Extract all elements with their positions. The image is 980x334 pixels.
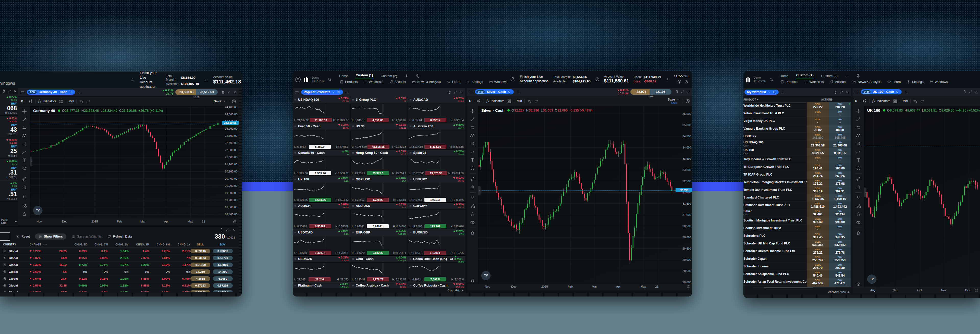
tab-custom-2-[interactable]: Custom (2) xyxy=(821,73,838,79)
trash-tool-icon[interactable] xyxy=(470,231,475,235)
col-country[interactable]: COUNTRY xyxy=(3,243,30,246)
eyecross-tool-icon[interactable] xyxy=(856,220,861,225)
watchlist-row[interactable]: Schroder UK Mid Cap Fund PLC SELL633.366… xyxy=(743,240,851,248)
logout-icon[interactable] xyxy=(684,80,689,84)
collapse-toolbar-handle[interactable]: ‹ xyxy=(30,157,32,166)
watchlist-row[interactable]: US NDAQ 100Cash SELL21,303.58 BUY21,306.… xyxy=(743,140,851,148)
info-icon[interactable] xyxy=(595,77,600,81)
sell-button[interactable]: SELL xyxy=(807,286,829,287)
watchlist-row[interactable]: Schroders PLC SELL347.45 BUY348.35 xyxy=(743,232,851,240)
snapshot-icon[interactable] xyxy=(686,99,690,103)
search-icon[interactable] xyxy=(328,77,332,82)
close-icon[interactable] xyxy=(460,90,463,94)
buy-button[interactable]: BUY21,306.08 xyxy=(829,140,851,148)
smiley-tool-icon[interactable] xyxy=(22,166,27,171)
lockopen-tool-icon[interactable] xyxy=(470,212,475,216)
buy-button[interactable]: 0.53720 xyxy=(213,256,233,260)
layers-icon[interactable] xyxy=(856,282,861,287)
collapse-toolbar-handle[interactable]: ‹ xyxy=(478,186,480,196)
sell-button[interactable]: SELL- xyxy=(807,156,829,163)
sell-button[interactable]: SELL995.40 xyxy=(807,217,829,224)
watchlist-tile[interactable]: Canada 60 - Cash 0%0 L: 1,525.66 1,535.2… xyxy=(293,150,350,176)
panel-menu-icon[interactable] xyxy=(469,90,473,94)
redo-icon[interactable] xyxy=(86,99,90,103)
watchlist-row[interactable]: Schroder Income SELL296.70 BUY299.30 xyxy=(743,263,851,270)
time-axis[interactable]: NovDec2025FebMarAprMay21 xyxy=(466,283,692,290)
sell-button[interactable]: 0.53673 xyxy=(190,256,210,260)
watchlist-row[interactable]: Troy Income & Growth Trust PLC SELL- BUY… xyxy=(743,156,851,163)
watchlist-tile-partial[interactable]: Coffee Arabica - Cash 0.32%12 pts xyxy=(350,282,408,288)
close-icon[interactable] xyxy=(975,90,978,94)
watchlist-tile[interactable]: USD/CAD 0.07%9.95 L: 1.39559 1.39872 H: … xyxy=(293,229,350,255)
analytics-view-footer[interactable]: Analytics View xyxy=(745,290,850,293)
chart-type-icon[interactable] xyxy=(862,99,867,103)
brush-tool-icon[interactable] xyxy=(470,150,475,154)
close-icon[interactable] xyxy=(13,89,17,93)
menu-settings[interactable]: Settings xyxy=(907,80,923,84)
mid-price-button[interactable]: Mid xyxy=(68,100,74,103)
longpos-tool-icon[interactable] xyxy=(470,142,475,146)
buy-button[interactable]: BUY998.00 xyxy=(829,217,851,224)
buy-button[interactable]: BUY196.00 xyxy=(829,163,851,171)
buy-button[interactable]: BUY253.253 xyxy=(829,255,851,263)
layout-grid-icon[interactable] xyxy=(507,99,511,103)
sell-button[interactable]: SELL1,488.510 xyxy=(807,202,829,209)
watchlist-tile[interactable]: EUR/GBP 0.05%4.55 pts L: 0.84029 0.84286… xyxy=(350,229,408,255)
redo-icon[interactable] xyxy=(534,99,538,103)
brush-tool-icon[interactable] xyxy=(856,150,861,154)
sell-button[interactable]: SELL21,303.58 xyxy=(807,140,829,148)
drag-handle-icon[interactable] xyxy=(409,257,411,261)
buy-button[interactable]: BUY299.30 xyxy=(829,263,851,270)
watchlist-row[interactable]: TR European Growth Trust PLC SELL194.41 … xyxy=(743,163,851,171)
watchlist-tile[interactable]: Gold - Cash 0.04%1.39 pts L: 3,120.39 3,… xyxy=(350,256,408,282)
sell-button[interactable]: SELL79.82 xyxy=(807,125,829,133)
product-column-header[interactable]: PRODUCT xyxy=(743,98,759,101)
watchlist-row[interactable]: Virgin Money UK PLC SELL- BUY- xyxy=(743,118,851,125)
drag-handle-icon[interactable] xyxy=(352,124,354,128)
add-workspace-icon[interactable] xyxy=(404,74,409,78)
collapse-toolbar-handle[interactable]: ‹ xyxy=(864,188,866,197)
zoomin-tool-icon[interactable] xyxy=(470,185,475,189)
watchlist-tile[interactable]: US NDAQ 100 0.71%152.76 L: 21,107.96 21,… xyxy=(293,97,350,123)
layout-grid-icon[interactable] xyxy=(893,99,897,103)
sell-button[interactable]: SELL194.41 xyxy=(807,163,829,171)
watchlist-tile[interactable]: Hong Kong 50 - Cash 1.03%243.3 L: 23,331… xyxy=(350,150,408,176)
menu-account[interactable]: Account xyxy=(830,80,846,84)
tab-custom-1-[interactable]: Custom (1) xyxy=(355,72,374,80)
text-tool-icon[interactable] xyxy=(22,158,27,163)
interval-button[interactable]: D xyxy=(21,100,23,103)
eyecross-tool-icon[interactable] xyxy=(470,220,475,225)
sell-button[interactable]: 4.61959 xyxy=(190,262,210,267)
close-icon[interactable] xyxy=(233,90,237,94)
buy-button[interactable]: BUY1,493.492 xyxy=(829,202,851,209)
tab-custom-2-[interactable]: Custom (2) xyxy=(380,73,398,79)
layers-icon[interactable] xyxy=(470,278,475,283)
search-icon[interactable] xyxy=(769,77,773,82)
col-chng[interactable]: CHNG. 6M xyxy=(149,243,170,246)
watchlist-tile[interactable]: US 30 0.31%131.11 L: 41,754.69 41,895.65… xyxy=(350,123,408,149)
menu-windows-partial[interactable]: Windows xyxy=(0,81,15,86)
menu-account[interactable]: Account xyxy=(390,80,406,84)
instrument-tab[interactable]: CFD Germany 40 - Cash xyxy=(27,89,75,95)
instrument-tab[interactable]: CFD UK 100 - Cash xyxy=(861,89,902,94)
sell-button[interactable]: SELL275.22 xyxy=(807,248,829,255)
pencillock-tool-icon[interactable] xyxy=(470,204,475,208)
sell-button[interactable]: SELL8,621.65 xyxy=(807,148,829,156)
finish-application-prompt[interactable]: Finish your LiveAccount application xyxy=(140,72,160,89)
buy-button[interactable]: 14.290 xyxy=(213,269,233,274)
screener-row[interactable]: Global 0.56% 32.35 0.09%0.06%1.18%6.95%8… xyxy=(0,282,239,289)
buy-button[interactable]: BUY xyxy=(829,286,851,287)
sell-button[interactable]: 0.57193 xyxy=(190,283,210,288)
menu-settings[interactable]: Settings xyxy=(466,80,483,84)
sell-button[interactable]: SELL- xyxy=(807,110,829,118)
drag-handle-icon[interactable] xyxy=(409,204,412,208)
watchlist-row[interactable]: Smithson Investment Trust PLC SELL1,488.… xyxy=(743,202,851,209)
drag-handle-icon[interactable] xyxy=(294,257,297,261)
drag-handle-icon[interactable] xyxy=(409,151,412,154)
buy-button[interactable]: 4.62019 xyxy=(213,262,233,267)
ruler-tool-icon[interactable] xyxy=(856,177,861,181)
watchlist-row[interactable]: Scottish Investment Trust SELL- BUY- xyxy=(743,224,851,232)
drag-handle-icon[interactable] xyxy=(352,178,354,181)
sell-button[interactable]: SELL250.749 xyxy=(807,255,829,263)
watchlist-tile[interactable]: UK 100 0.07%6.86 L: 8,530.56 8,588.66 H:… xyxy=(293,176,350,202)
